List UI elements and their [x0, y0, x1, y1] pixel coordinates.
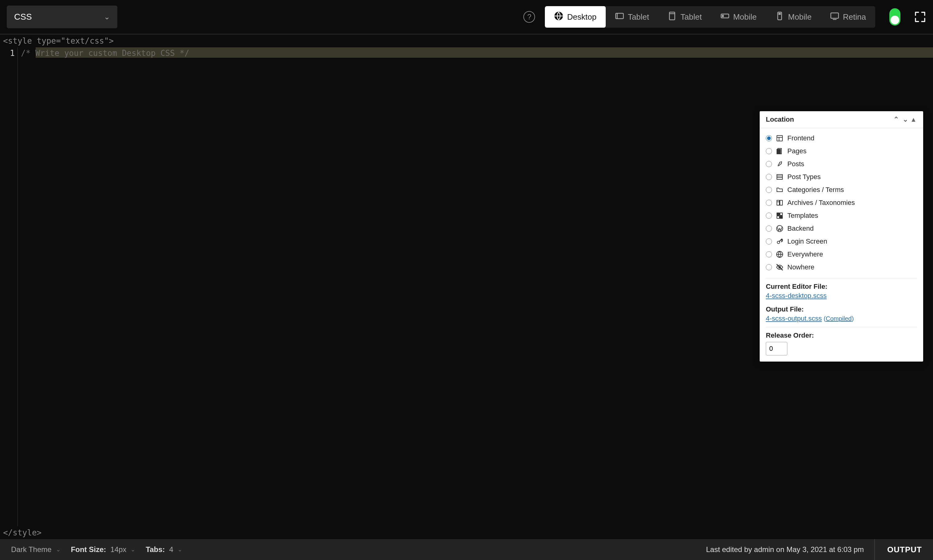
- radio-templates[interactable]: [766, 212, 772, 219]
- pin-icon: [776, 160, 784, 168]
- svg-rect-15: [777, 149, 781, 154]
- compiled-link[interactable]: Compiled: [826, 315, 851, 322]
- location-option-archives[interactable]: Archives / Taxonomies: [766, 196, 917, 209]
- enable-toggle[interactable]: [889, 8, 901, 26]
- chevron-down-icon: ⌄: [178, 546, 182, 553]
- help-icon[interactable]: ?: [523, 11, 535, 23]
- frontend-icon: [776, 134, 784, 142]
- tab-tablet-portrait[interactable]: Tablet: [658, 6, 711, 28]
- option-label: Everywhere: [787, 250, 823, 258]
- location-option-backend[interactable]: Backend: [766, 222, 917, 235]
- panel-move-up-icon[interactable]: ⌃: [891, 115, 901, 123]
- location-panel-body: Frontend Pages Posts Post Types: [760, 128, 923, 362]
- tabs-selector[interactable]: Tabs: 4 ⌄: [146, 545, 182, 554]
- option-label: Templates: [787, 212, 818, 220]
- location-panel: Location ⌃ ⌄ ▴ Frontend Pages: [760, 111, 923, 362]
- radio-archives[interactable]: [766, 200, 772, 206]
- svg-rect-19: [777, 200, 779, 205]
- eye-slash-icon: [776, 263, 784, 271]
- location-option-login[interactable]: Login Screen: [766, 235, 917, 248]
- release-order-input[interactable]: [766, 342, 787, 355]
- tab-desktop[interactable]: Desktop: [545, 6, 605, 28]
- option-label: Post Types: [787, 173, 821, 181]
- location-option-posts[interactable]: Posts: [766, 158, 917, 171]
- tablet-landscape-icon: [615, 11, 624, 23]
- location-option-nowhere[interactable]: Nowhere: [766, 261, 917, 274]
- option-label: Pages: [787, 147, 807, 155]
- svg-rect-6: [722, 15, 724, 17]
- tab-label: Mobile: [733, 12, 757, 22]
- radio-posts[interactable]: [766, 161, 772, 167]
- release-order-label: Release Order:: [766, 331, 917, 340]
- key-icon: [776, 237, 784, 245]
- font-size-value: 14px: [110, 545, 126, 554]
- option-label: Categories / Terms: [787, 186, 844, 194]
- location-option-everywhere[interactable]: Everywhere: [766, 248, 917, 261]
- output-button-label: OUTPUT: [887, 545, 922, 554]
- line-gutter: 1: [0, 47, 18, 526]
- language-dropdown[interactable]: CSS ⌄: [7, 6, 117, 28]
- tab-label: Mobile: [788, 12, 811, 22]
- panel-move-down-icon[interactable]: ⌄: [901, 115, 910, 123]
- svg-rect-24: [777, 216, 779, 218]
- font-size-label: Font Size:: [71, 545, 106, 554]
- svg-rect-20: [780, 200, 782, 205]
- tablet-portrait-icon: [668, 11, 677, 23]
- option-label: Login Screen: [787, 237, 827, 245]
- retina-icon: [830, 11, 839, 23]
- archives-icon: [776, 199, 784, 207]
- globe-icon: [554, 11, 563, 23]
- location-option-frontend[interactable]: Frontend: [766, 132, 917, 145]
- style-open-tag: <style type="text/css">: [0, 34, 933, 47]
- svg-rect-16: [777, 174, 782, 179]
- radio-everywhere[interactable]: [766, 251, 772, 257]
- location-option-post-types[interactable]: Post Types: [766, 171, 917, 183]
- tab-label: Tablet: [628, 12, 649, 22]
- svg-rect-11: [777, 135, 782, 141]
- device-tabs: Desktop Tablet Tablet Mobile: [545, 6, 875, 28]
- radio-nowhere[interactable]: [766, 264, 772, 270]
- mobile-portrait-icon: [775, 11, 784, 23]
- folder-icon: [776, 186, 784, 194]
- tab-mobile-landscape[interactable]: Mobile: [711, 6, 766, 28]
- option-label: Archives / Taxonomies: [787, 199, 855, 207]
- location-option-categories[interactable]: Categories / Terms: [766, 183, 917, 196]
- radio-login[interactable]: [766, 238, 772, 245]
- fullscreen-icon[interactable]: [914, 11, 926, 23]
- font-size-selector[interactable]: Font Size: 14px ⌄: [71, 545, 135, 554]
- radio-frontend[interactable]: [766, 135, 772, 141]
- tab-label: Desktop: [567, 12, 596, 22]
- tab-mobile-portrait[interactable]: Mobile: [766, 6, 821, 28]
- current-file-link[interactable]: 4-scss-desktop.scss: [766, 292, 827, 300]
- compiled-note-wrap: (Compiled): [824, 315, 854, 322]
- option-label: Frontend: [787, 134, 814, 142]
- location-option-templates[interactable]: Templates: [766, 209, 917, 222]
- location-panel-header: Location ⌃ ⌄ ▴: [760, 111, 923, 128]
- theme-selector[interactable]: Dark Theme ⌄: [11, 545, 60, 554]
- line-number: 1: [0, 49, 15, 58]
- chevron-down-icon: ⌄: [104, 12, 110, 21]
- radio-backend[interactable]: [766, 226, 772, 232]
- pages-icon: [776, 147, 784, 155]
- option-label: Backend: [787, 225, 814, 232]
- current-file-label: Current Editor File:: [766, 283, 917, 291]
- globe-grid-icon: [776, 250, 784, 258]
- option-label: Nowhere: [787, 263, 814, 271]
- code-placeholder: /* Write your custom Desktop CSS */: [18, 47, 933, 59]
- output-file-link[interactable]: 4-scss-output.scss: [766, 315, 822, 323]
- panel-collapse-icon[interactable]: ▴: [910, 115, 917, 123]
- radio-categories[interactable]: [766, 187, 772, 193]
- svg-rect-22: [777, 213, 779, 215]
- last-edited-text: Last edited by admin on May 3, 2021 at 6…: [706, 545, 864, 554]
- tabs-value: 4: [169, 545, 173, 554]
- location-option-pages[interactable]: Pages: [766, 145, 917, 158]
- radio-pages[interactable]: [766, 148, 772, 154]
- option-label: Posts: [787, 160, 804, 168]
- tab-tablet-landscape[interactable]: Tablet: [606, 6, 658, 28]
- radio-post-types[interactable]: [766, 174, 772, 180]
- svg-rect-8: [779, 13, 781, 14]
- output-button[interactable]: OUTPUT: [874, 539, 922, 560]
- tab-retina[interactable]: Retina: [821, 6, 875, 28]
- svg-rect-25: [780, 216, 782, 218]
- tab-label: Tablet: [681, 12, 702, 22]
